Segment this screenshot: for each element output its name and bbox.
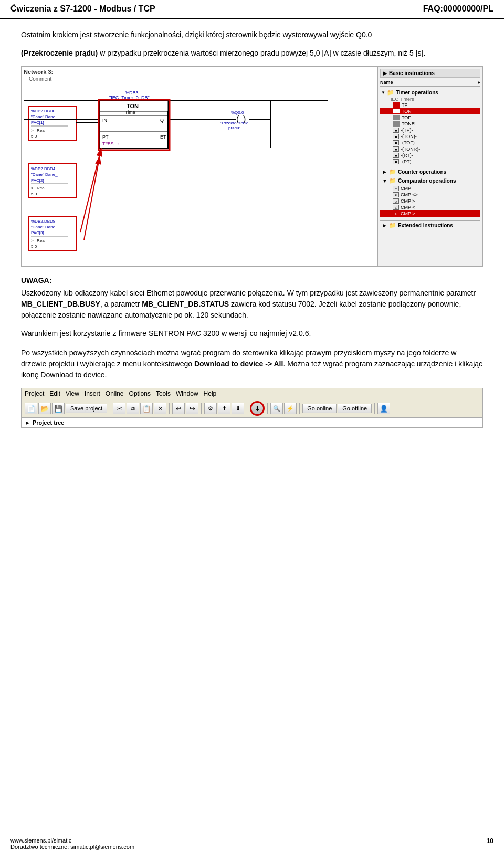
ins-row-tof-box[interactable]: ■ -(TOF)- <box>380 140 480 146</box>
menu-help[interactable]: Help <box>204 390 217 397</box>
toolbar-buttons: 📄 📂 💾 Save project ✂ ⧉ 📋 <box>22 399 482 417</box>
ins-row-tof[interactable]: TOF <box>380 114 480 121</box>
svg-text:Real: Real <box>37 128 46 133</box>
svg-text:%DB2.DBD4: %DB2.DBD4 <box>31 166 56 171</box>
toolbar-screenshot: Project Edit View Insert Online Options … <box>21 388 483 428</box>
cmp1-icon: ≡ <box>393 186 399 191</box>
extended-expand-icon: ► <box>382 223 387 228</box>
go-offline-btn[interactable]: Go offline <box>338 404 372 413</box>
ins-row-ton[interactable]: TON <box>380 108 480 114</box>
menu-window[interactable]: Window <box>176 390 198 397</box>
save-project-label-btn[interactable]: Save project <box>66 404 107 413</box>
ins-row-cmp4[interactable]: ≤ CMP <= <box>380 204 480 210</box>
svg-text:ET: ET <box>160 134 166 140</box>
svg-text:Q: Q <box>160 118 164 123</box>
compile-btn[interactable]: ⚙ <box>204 403 217 414</box>
comparator-ops-label: Comparator operations <box>398 178 456 184</box>
uwaga-text2: , a parametr <box>100 300 142 308</box>
svg-text:%DB2.DBD8: %DB2.DBD8 <box>31 219 56 224</box>
counter-expand-icon: ► <box>382 169 387 175</box>
svg-text:T#5S →: T#5S → <box>102 141 120 146</box>
svg-text:PAC[1]: PAC[1] <box>31 120 44 125</box>
copy-btn[interactable]: ⧉ <box>127 403 139 414</box>
save-project-btn[interactable]: 💾 <box>52 403 65 414</box>
footer-left: www.siemens.pl/simatic Doradztwo technic… <box>10 837 134 850</box>
ins-row-pt-box[interactable]: ■ -(PT)- <box>380 159 480 165</box>
menu-edit[interactable]: Edit <box>49 390 60 397</box>
ladder-svg: %DB2.DBD0 "Dane" Dane_ PAC[1] > Real 5.0… <box>24 85 328 264</box>
ins-row-ton-box[interactable]: ■ -(TON)- <box>380 133 480 140</box>
tonr-icon <box>393 121 400 127</box>
uwaga-para1: Uszkodzony lub odłączony kabel sieci Eth… <box>21 288 483 321</box>
svg-text:PT: PT <box>102 134 109 140</box>
load-btn[interactable]: ⬆ <box>218 403 230 414</box>
uwaga-bold1: MB_CLIENT_DB.BUSY <box>21 300 100 308</box>
instructions-panel: ▶ Basic instructions Name F ▼ 📁 Timer op… <box>377 67 482 266</box>
cut-btn[interactable]: ✂ <box>113 403 125 414</box>
timer-ops-section[interactable]: ▼ 📁 Timer operations <box>380 89 480 97</box>
ins-row-cmp2[interactable]: ≠ CMP <> <box>380 192 480 198</box>
project-tree-bar: ► Project tree <box>22 417 482 427</box>
go-online-btn[interactable]: Go online <box>302 404 337 413</box>
toolbar-sep-5 <box>267 403 268 414</box>
ins-row-tp[interactable]: TP <box>380 102 480 108</box>
menu-options[interactable]: Options <box>129 390 151 397</box>
ins-row-cmp3[interactable]: ≥ CMP >= <box>380 198 480 204</box>
page-header: Ćwiczenia z S7-1200 - Modbus / TCP FAQ:0… <box>0 0 504 19</box>
menu-insert[interactable]: Insert <box>85 390 100 397</box>
cmp4-icon: ≤ <box>393 205 399 210</box>
ins-row-tonr[interactable]: TONR <box>380 121 480 127</box>
toolbar-sep-2 <box>169 403 170 414</box>
comparator-ops-section[interactable]: ▼ 📁 Comparator operations <box>380 176 480 185</box>
menu-tools[interactable]: Tools <box>156 390 171 397</box>
paste-btn[interactable]: 📋 <box>140 403 153 414</box>
extended-instructions-section[interactable]: ► 📁 Extended instructions <box>380 220 480 230</box>
ton-box-icon: ■ <box>393 134 399 139</box>
menu-project[interactable]: Project <box>25 390 44 397</box>
svg-text:>: > <box>31 186 34 191</box>
monitor-btn[interactable]: ⚡ <box>284 403 297 414</box>
cmp3-icon: ≥ <box>393 198 399 204</box>
tp-box-label: -(TP)- <box>401 128 413 133</box>
cmp3-label: CMP >= <box>401 198 418 204</box>
faq-number: FAQ:00000000/PL <box>423 4 494 14</box>
comparator-expand-icon: ▼ <box>382 178 387 184</box>
debug-btn[interactable]: 🔍 <box>270 403 283 414</box>
ton-label: TON <box>402 109 412 114</box>
svg-text:5.0: 5.0 <box>31 134 37 139</box>
download-to-device-btn[interactable]: ⬇ <box>250 401 265 416</box>
menu-online[interactable]: Online <box>106 390 124 397</box>
comparator-folder-icon: 📁 <box>389 177 396 184</box>
rt-box-label: -(RT)- <box>401 153 413 158</box>
ins-row-tonr-box[interactable]: ■ -(TONR)- <box>380 146 480 152</box>
download-from-device-btn[interactable]: ⬇ <box>232 403 244 414</box>
ins-row-cmp5[interactable]: > CMP > <box>380 210 480 217</box>
svg-text:PAC[3]: PAC[3] <box>31 230 44 235</box>
page-title: Ćwiczenia z S7-1200 - Modbus / TCP <box>10 4 155 14</box>
new-project-btn[interactable]: 📄 <box>25 403 37 414</box>
delete-btn[interactable]: ✕ <box>154 403 166 414</box>
svg-text:): ) <box>243 114 246 123</box>
tof-box-icon: ■ <box>393 140 399 145</box>
user-btn[interactable]: 👤 <box>377 403 390 414</box>
para1-text: Ostatnim krokiem jest stworzenie funkcjo… <box>21 30 372 39</box>
section-divider-2 <box>380 218 480 218</box>
cmp2-icon: ≠ <box>393 192 399 197</box>
ins-row-rt-box[interactable]: ■ -(RT)- <box>380 152 480 159</box>
counter-ops-section[interactable]: ► 📁 Counter operations <box>380 167 480 176</box>
undo-btn[interactable]: ↩ <box>172 403 185 414</box>
page-number: 10 <box>487 837 494 850</box>
menu-view[interactable]: View <box>66 390 79 397</box>
timer-ops-label: Timer operations <box>396 90 438 96</box>
uwaga-para2: Warunkiem jest korzystanie z firmware SE… <box>21 328 483 339</box>
svg-text:>: > <box>31 238 34 243</box>
svg-text:%DB2.DBD0: %DB2.DBD0 <box>31 109 56 113</box>
ins-row-cmp1[interactable]: ≡ CMP == <box>380 185 480 192</box>
cmp5-icon: > <box>393 211 399 216</box>
open-project-btn[interactable]: 📂 <box>38 403 51 414</box>
ins-row-tp-box[interactable]: ■ -(TP)- <box>380 127 480 133</box>
section-divider-1 <box>380 166 480 166</box>
instructions-header: Name F <box>380 80 480 87</box>
redo-btn[interactable]: ↪ <box>186 403 198 414</box>
col-f: F <box>478 80 481 85</box>
